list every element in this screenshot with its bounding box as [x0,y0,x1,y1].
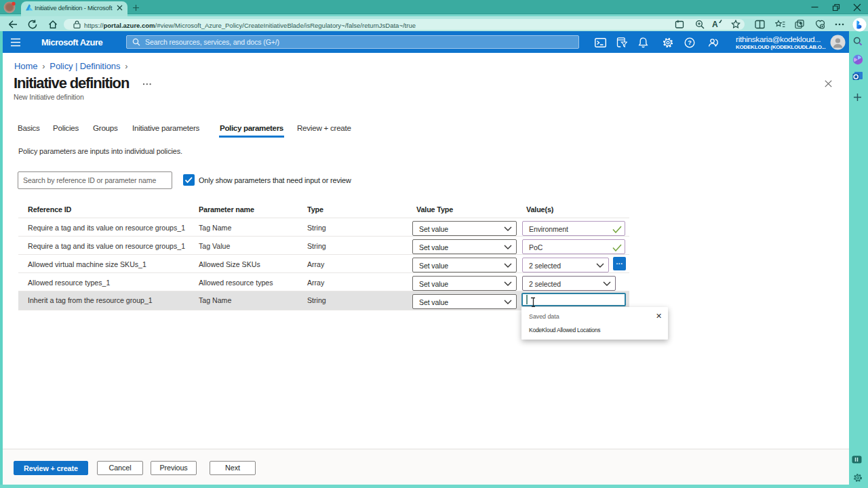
svg-text:?: ? [688,39,692,46]
